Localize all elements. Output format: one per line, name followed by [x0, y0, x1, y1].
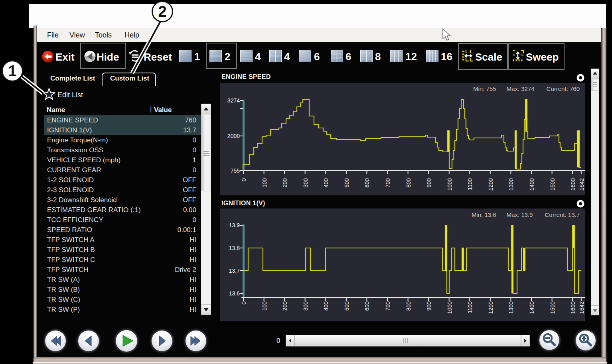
- svg-text:1100: 1100: [467, 178, 473, 190]
- svg-text:1200: 1200: [488, 178, 494, 191]
- svg-text:1500: 1500: [549, 301, 556, 314]
- svg-text:500: 500: [344, 301, 350, 311]
- svg-text:1642: 1642: [578, 301, 585, 314]
- svg-text:600: 600: [364, 301, 370, 311]
- svg-text:200: 200: [282, 178, 288, 188]
- svg-text:800: 800: [405, 178, 412, 188]
- svg-text:600: 600: [364, 178, 370, 188]
- svg-text:1600: 1600: [570, 301, 576, 314]
- svg-text:1300: 1300: [508, 178, 514, 191]
- svg-text:0: 0: [241, 301, 247, 305]
- svg-text:900: 900: [426, 178, 432, 188]
- svg-text:1000: 1000: [446, 178, 453, 191]
- svg-text:100: 100: [261, 178, 268, 188]
- svg-text:800: 800: [405, 301, 412, 311]
- svg-text:700: 700: [385, 178, 391, 188]
- svg-text:1300: 1300: [508, 301, 514, 314]
- svg-text:300: 300: [302, 178, 309, 188]
- svg-text:1000: 1000: [446, 301, 453, 314]
- svg-text:1642: 1642: [578, 178, 585, 191]
- svg-text:1100: 1100: [467, 301, 473, 313]
- svg-text:100: 100: [261, 301, 268, 311]
- svg-text:900: 900: [426, 301, 432, 311]
- svg-text:700: 700: [385, 301, 391, 311]
- svg-text:1200: 1200: [488, 301, 494, 314]
- svg-text:300: 300: [302, 301, 309, 311]
- svg-text:400: 400: [323, 301, 329, 311]
- svg-text:1500: 1500: [549, 178, 556, 191]
- svg-text:200: 200: [282, 301, 288, 311]
- svg-text:400: 400: [323, 178, 329, 188]
- svg-text:0: 0: [241, 178, 247, 181]
- svg-text:500: 500: [344, 178, 350, 188]
- svg-text:1400: 1400: [529, 178, 535, 191]
- svg-text:1400: 1400: [529, 301, 535, 314]
- svg-text:1600: 1600: [570, 178, 576, 191]
